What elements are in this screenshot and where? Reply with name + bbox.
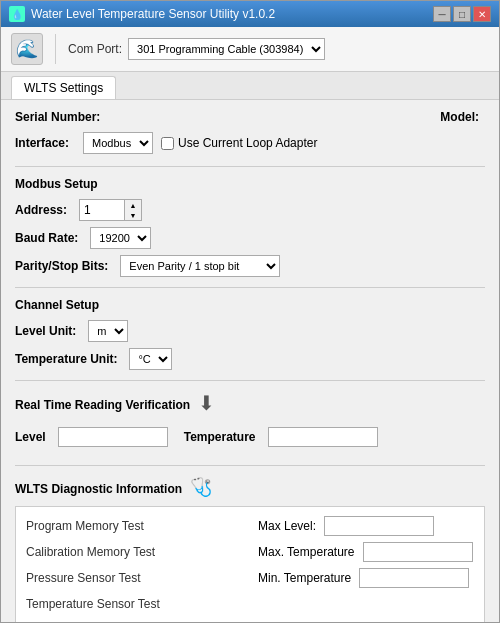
level-reading-label: Level xyxy=(15,430,46,444)
wlts-settings-tab[interactable]: WLTS Settings xyxy=(11,76,116,99)
diag-values-list: Max Level: Max. Temperature Min. Tempera… xyxy=(258,515,474,615)
close-button[interactable]: ✕ xyxy=(473,6,491,22)
baud-rate-label: Baud Rate: xyxy=(15,231,78,245)
com-port-select[interactable]: 301 Programming Cable (303984) xyxy=(128,38,325,60)
parity-row: Parity/Stop Bits: Even Parity / 1 stop b… xyxy=(15,255,485,277)
level-reading-input[interactable] xyxy=(58,427,168,447)
real-time-reading-section: Real Time Reading Verification ⬇ Level T… xyxy=(15,391,485,455)
baud-rate-select[interactable]: 19200 xyxy=(90,227,151,249)
temp-unit-select[interactable]: °C xyxy=(129,348,172,370)
min-temp-label: Min. Temperature xyxy=(258,571,351,585)
com-port-group: Com Port: 301 Programming Cable (303984) xyxy=(68,38,325,60)
window-title: Water Level Temperature Sensor Utility v… xyxy=(31,7,275,21)
modbus-title: Modbus Setup xyxy=(15,177,485,191)
temperature-reading-input[interactable] xyxy=(268,427,378,447)
divider-2 xyxy=(15,287,485,288)
max-level-input[interactable] xyxy=(324,516,434,536)
main-content: Serial Number: Model: Interface: Modbus … xyxy=(1,100,499,622)
address-label: Address: xyxy=(15,203,67,217)
diag-title-row: WLTS Diagnostic Information 🩺 xyxy=(15,476,485,498)
temperature-reading-label: Temperature xyxy=(184,430,256,444)
reading-title: Real Time Reading Verification xyxy=(15,398,190,412)
diag-title: WLTS Diagnostic Information xyxy=(15,482,182,496)
download-icon: ⬇ xyxy=(198,391,215,415)
divider-3 xyxy=(15,380,485,381)
address-row: Address: ▲ ▼ xyxy=(15,199,485,221)
model-group: Model: xyxy=(440,110,485,124)
diagnostic-section: WLTS Diagnostic Information 🩺 Program Me… xyxy=(15,476,485,622)
address-spin-buttons: ▲ ▼ xyxy=(124,199,142,221)
minimize-button[interactable]: ─ xyxy=(433,6,451,22)
max-level-row: Max Level: xyxy=(258,515,474,537)
test-label-0: Program Memory Test xyxy=(26,519,144,533)
test-row-1: Calibration Memory Test xyxy=(26,541,242,563)
com-port-label: Com Port: xyxy=(68,42,122,56)
main-window: 💧 Water Level Temperature Sensor Utility… xyxy=(0,0,500,623)
reading-values-row: Level Temperature xyxy=(15,423,485,455)
address-down-button[interactable]: ▼ xyxy=(125,210,141,220)
current-loop-text: Use Current Loop Adapter xyxy=(178,136,317,150)
min-temp-row: Min. Temperature xyxy=(258,567,474,589)
test-row-0: Program Memory Test xyxy=(26,515,242,537)
baud-rate-row: Baud Rate: 19200 xyxy=(15,227,485,249)
temp-unit-label: Temperature Unit: xyxy=(15,352,117,366)
divider-4 xyxy=(15,465,485,466)
max-temp-input[interactable] xyxy=(363,542,473,562)
toolbar-separator xyxy=(55,34,56,64)
level-unit-row: Level Unit: m xyxy=(15,320,485,342)
max-temp-row: Max. Temperature xyxy=(258,541,474,563)
title-bar-left: 💧 Water Level Temperature Sensor Utility… xyxy=(9,6,275,22)
temperature-reading-group: Temperature xyxy=(184,427,378,447)
address-up-button[interactable]: ▲ xyxy=(125,200,141,210)
test-label-3: Temperature Sensor Test xyxy=(26,597,160,611)
diag-grid: Program Memory Test Calibration Memory T… xyxy=(26,515,474,615)
level-unit-label: Level Unit: xyxy=(15,324,76,338)
maximize-button[interactable]: □ xyxy=(453,6,471,22)
interface-label: Interface: xyxy=(15,136,69,150)
test-row-2: Pressure Sensor Test xyxy=(26,567,242,589)
current-loop-checkbox[interactable] xyxy=(161,137,174,150)
temp-unit-row: Temperature Unit: °C xyxy=(15,348,485,370)
current-loop-label: Use Current Loop Adapter xyxy=(161,136,317,150)
address-spin: ▲ ▼ xyxy=(79,199,142,221)
settings-panel: Serial Number: Model: Interface: Modbus … xyxy=(1,100,499,622)
diagnostic-box: Program Memory Test Calibration Memory T… xyxy=(15,506,485,622)
serial-number-group: Serial Number: xyxy=(15,110,106,124)
level-reading-group: Level xyxy=(15,427,168,447)
parity-label: Parity/Stop Bits: xyxy=(15,259,108,273)
serial-model-row: Serial Number: Model: xyxy=(15,110,485,124)
title-bar: 💧 Water Level Temperature Sensor Utility… xyxy=(1,1,499,27)
interface-select[interactable]: Modbus xyxy=(83,132,153,154)
toolbar-icon: 🌊 xyxy=(11,33,43,65)
address-input[interactable] xyxy=(79,199,124,221)
reading-title-row: Real Time Reading Verification ⬇ xyxy=(15,391,485,415)
min-temp-input[interactable] xyxy=(359,568,469,588)
channel-setup-section: Channel Setup Level Unit: m Temperature … xyxy=(15,298,485,370)
test-label-1: Calibration Memory Test xyxy=(26,545,155,559)
interface-row: Interface: Modbus Use Current Loop Adapt… xyxy=(15,132,485,154)
level-unit-select[interactable]: m xyxy=(88,320,128,342)
diag-tests-list: Program Memory Test Calibration Memory T… xyxy=(26,515,242,615)
serial-number-label: Serial Number: xyxy=(15,110,100,124)
test-label-2: Pressure Sensor Test xyxy=(26,571,141,585)
tab-bar: WLTS Settings xyxy=(1,72,499,100)
max-level-label: Max Level: xyxy=(258,519,316,533)
stethoscope-icon: 🩺 xyxy=(190,476,212,498)
parity-select[interactable]: Even Parity / 1 stop bit xyxy=(120,255,280,277)
channel-title: Channel Setup xyxy=(15,298,485,312)
toolbar: 🌊 Com Port: 301 Programming Cable (30398… xyxy=(1,27,499,72)
divider-1 xyxy=(15,166,485,167)
model-label: Model: xyxy=(440,110,479,124)
max-temp-label: Max. Temperature xyxy=(258,545,355,559)
modbus-setup-section: Modbus Setup Address: ▲ ▼ Baud Rate: 192… xyxy=(15,177,485,277)
title-controls: ─ □ ✕ xyxy=(433,6,491,22)
app-icon: 💧 xyxy=(9,6,25,22)
test-row-3: Temperature Sensor Test xyxy=(26,593,242,615)
